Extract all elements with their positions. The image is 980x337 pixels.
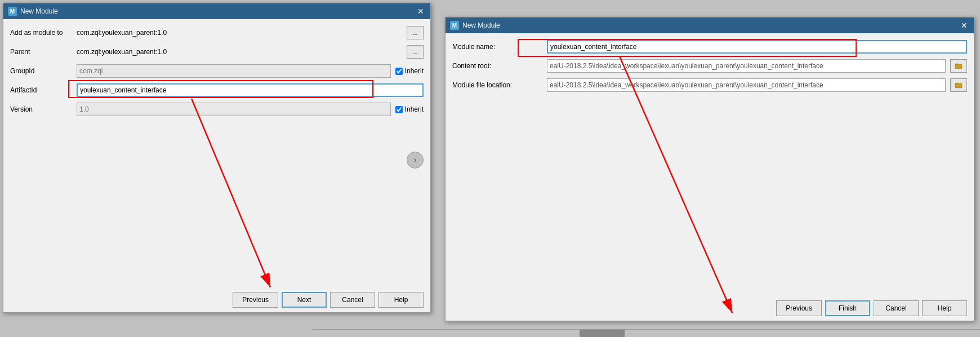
module-file-location-browse-btn[interactable] — [950, 78, 967, 92]
groupid-input[interactable] — [77, 64, 391, 78]
module-name-input[interactable] — [547, 40, 967, 54]
dialog1-title: New Module — [20, 7, 58, 15]
parent-label: Parent — [10, 48, 72, 56]
inherit1-label: Inherit — [405, 67, 424, 75]
dialog1-titlebar-left: M New Module — [8, 7, 58, 16]
inherit1-checkbox[interactable] — [395, 68, 403, 75]
dialog2-finish-button[interactable]: Finish — [825, 300, 870, 316]
content-root-row: Content root: — [452, 59, 967, 73]
svg-rect-1 — [955, 64, 958, 65]
inherit2-row: Inherit — [395, 105, 424, 113]
chevron-right-button[interactable]: › — [407, 152, 424, 168]
scrollbar-area[interactable] — [313, 329, 980, 337]
module-name-label: Module name: — [452, 43, 542, 51]
dialog1-main: Add as module to com.zql:youlexuan_paren… — [3, 19, 430, 147]
version-label: Version — [10, 105, 72, 113]
add-as-module-browse-btn[interactable]: ... — [407, 26, 424, 39]
inherit1-row: Inherit — [395, 67, 424, 75]
inherit2-label: Inherit — [405, 105, 424, 113]
new-module-dialog-2: M New Module ✕ Module name: Content root… — [445, 17, 974, 321]
dialog2-footer: Previous Finish Cancel Help — [446, 296, 974, 321]
dialog1-next-button[interactable]: Next — [282, 292, 327, 308]
parent-value: com.zql:youlexuan_parent:1.0 — [77, 48, 402, 56]
add-as-module-row: Add as module to com.zql:youlexuan_paren… — [10, 26, 424, 39]
inherit2-checkbox[interactable] — [395, 106, 403, 113]
scrollbar-thumb[interactable] — [580, 330, 625, 337]
module-file-location-row: Module file location: — [452, 78, 967, 92]
dialog1-help-button[interactable]: Help — [378, 292, 424, 308]
dialog2-title: New Module — [462, 21, 500, 29]
artifactid-label: ArtifactId — [10, 86, 72, 94]
dialog1-nav-area: › — [3, 147, 430, 173]
new-module-dialog-1: M New Module ✕ Add as module to com.zql:… — [3, 3, 431, 313]
dialog1-footer: Previous Next Cancel Help — [3, 287, 430, 312]
content-root-browse-btn[interactable] — [950, 59, 967, 73]
groupid-label: GroupId — [10, 67, 72, 75]
version-input[interactable] — [77, 103, 391, 116]
dialog2-cancel-button[interactable]: Cancel — [874, 300, 919, 316]
dialog2-close-button[interactable]: ✕ — [959, 20, 969, 30]
parent-browse-btn[interactable]: ... — [407, 45, 424, 59]
artifactid-row: ArtifactId — [10, 83, 424, 97]
version-row: Version Inherit — [10, 103, 424, 116]
folder-icon-2 — [955, 81, 963, 89]
dialog2-previous-button[interactable]: Previous — [776, 300, 822, 316]
dialog1-titlebar: M New Module ✕ — [3, 3, 430, 19]
dialog2-content: Module name: Content root: Module file l… — [446, 33, 974, 321]
dialog1-close-button[interactable]: ✕ — [416, 6, 426, 16]
dialog2-icon: M — [450, 21, 459, 30]
dialog1-previous-button[interactable]: Previous — [233, 292, 278, 308]
svg-rect-3 — [955, 83, 958, 84]
add-as-module-value: com.zql:youlexuan_parent:1.0 — [77, 29, 402, 37]
add-as-module-label: Add as module to — [10, 29, 72, 37]
dialog1-content: Add as module to com.zql:youlexuan_paren… — [3, 19, 430, 312]
dialog2-titlebar: M New Module ✕ — [446, 17, 974, 33]
dialog1-icon: M — [8, 7, 17, 16]
artifactid-input[interactable] — [77, 83, 424, 97]
dialog1-cancel-button[interactable]: Cancel — [330, 292, 375, 308]
dialog2-titlebar-left: M New Module — [450, 21, 500, 30]
parent-row: Parent com.zql:youlexuan_parent:1.0 ... — [10, 45, 424, 59]
module-file-location-input[interactable] — [547, 78, 946, 92]
groupid-row: GroupId Inherit — [10, 64, 424, 78]
dialog2-main: Module name: Content root: Module file l… — [446, 33, 974, 171]
folder-icon — [955, 62, 963, 70]
module-file-location-label: Module file location: — [452, 81, 542, 89]
content-root-input[interactable] — [547, 59, 946, 73]
module-name-row: Module name: — [452, 40, 967, 54]
content-root-label: Content root: — [452, 62, 542, 70]
dialog2-help-button[interactable]: Help — [922, 300, 967, 316]
